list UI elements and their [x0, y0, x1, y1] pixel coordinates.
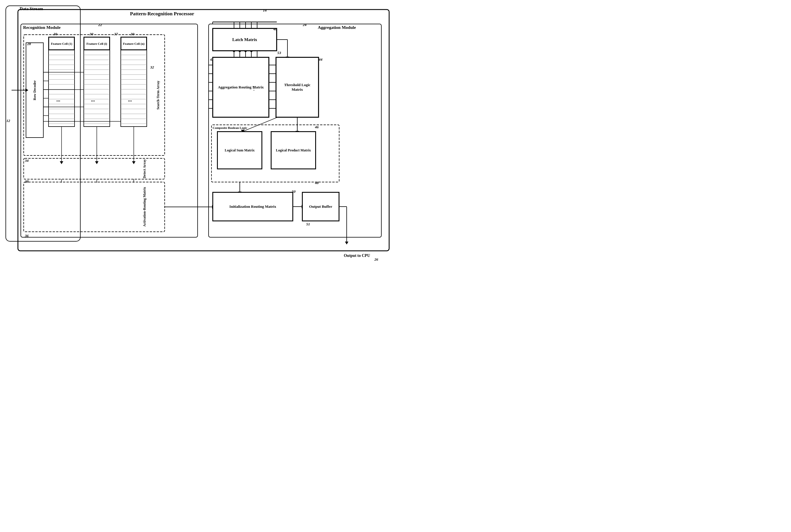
- latch-matrix-label: Latch Matrix: [232, 37, 257, 42]
- feature-cell-n-header: Feature Cell (n): [121, 37, 147, 50]
- processor-title: Pattern-Recognition Processor: [130, 11, 194, 17]
- ref-46: 46: [315, 125, 319, 130]
- feature-cell-1-dots: ···: [56, 98, 60, 104]
- ref-30c: 30: [131, 32, 134, 36]
- detect-array-container: Detect Array: [124, 158, 165, 179]
- svg-marker-91: [60, 161, 63, 164]
- ref-44: 44: [319, 57, 323, 62]
- output-buffer-label: Output Buffer: [309, 204, 332, 209]
- logical-sum-label: Logical Sum Matrix: [225, 148, 254, 153]
- ref-51: 51: [306, 222, 310, 227]
- ref-53: 53: [277, 51, 281, 55]
- init-routing-label: Initialization Routing Matrix: [229, 204, 276, 209]
- ref-38: 38: [25, 179, 28, 184]
- search-term-array-label: Search-Term Array: [156, 81, 160, 110]
- activation-routing-container: Activation-Routing Matrix: [124, 182, 165, 232]
- feature-cell-i-label: Feature Cell (i): [86, 42, 107, 45]
- aggregation-routing-label: Aggregation Routing Matrix: [215, 83, 266, 92]
- logical-product-container: Logical Product Matrix: [271, 132, 316, 169]
- data-stream-label: Data Stream: [20, 6, 43, 11]
- ref-26: 26: [374, 257, 378, 262]
- feature-cell-1-label: Feature Cell (1): [51, 42, 72, 45]
- init-routing-container: Initialization Routing Matrix: [213, 192, 293, 221]
- ref-36: 36: [25, 233, 28, 238]
- activation-routing-label: Activation-Routing Matrix: [142, 187, 147, 227]
- feature-cell-i-header: Feature Cell (i): [84, 37, 110, 50]
- ref-48: 48: [315, 180, 319, 185]
- ref-28: 28: [27, 42, 31, 46]
- feature-cell-1-header: Feature Cell (1): [49, 37, 75, 50]
- feature-cell-i-dots: ···: [91, 98, 95, 104]
- logical-product-label: Logical Product Matrix: [276, 148, 311, 153]
- feature-cell-n-dots: ···: [128, 98, 132, 104]
- ref-34: 34: [25, 158, 28, 163]
- diagram-container: Data Stream 12 Pattern-Recognition Proce…: [0, 0, 396, 266]
- ref-30b: 30: [90, 32, 93, 36]
- threshold-logic-container: Threshold Logic Matrix: [276, 57, 319, 117]
- svg-marker-134: [345, 242, 348, 245]
- logical-sum-container: Logical Sum Matrix: [217, 132, 262, 169]
- threshold-logic-label: Threshold Logic Matrix: [276, 80, 318, 94]
- ref-30a: 30: [54, 32, 57, 36]
- svg-rect-10: [49, 50, 75, 127]
- output-buffer-container: Output Buffer: [302, 192, 339, 221]
- aggregation-routing-container: Aggregation Routing Matrix: [213, 57, 269, 117]
- output-cpu-label: Output to CPU: [344, 253, 370, 258]
- aggregation-module-label: Aggregation Module: [318, 25, 356, 30]
- svg-rect-14: [121, 50, 147, 127]
- latch-matrix-container: Latch Matrix: [213, 28, 277, 51]
- detect-array-label: Detect Array: [142, 159, 147, 178]
- recognition-module-label: Recognition Module: [23, 25, 61, 30]
- ref-12: 12: [6, 118, 10, 123]
- svg-rect-4: [24, 35, 165, 155]
- search-term-array-container: Search-Term Array: [151, 35, 165, 155]
- feature-cell-n-label: Feature Cell (n): [123, 42, 144, 45]
- ref-24: 24: [303, 22, 307, 27]
- aggregation-dots: ⋮: [251, 85, 256, 92]
- ref-40: 40: [273, 27, 277, 32]
- row-decoder-container: Row Decoder: [26, 43, 43, 137]
- svg-rect-2: [21, 24, 198, 237]
- row-decoder-label: Row Decoder: [33, 80, 37, 100]
- ref-37: 37: [114, 32, 118, 36]
- ref-14: 14: [263, 8, 267, 13]
- svg-marker-93: [95, 161, 98, 164]
- composite-boolean-label: Composite Boolean Logic: [211, 125, 248, 131]
- ref-22: 22: [98, 22, 102, 27]
- svg-rect-12: [84, 50, 110, 127]
